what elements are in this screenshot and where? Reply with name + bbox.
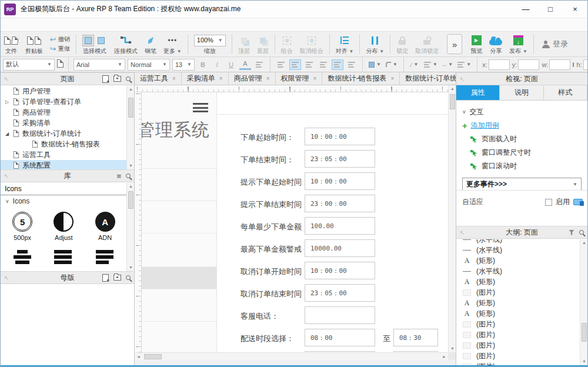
library-section-header[interactable]: ∨ Icons bbox=[1, 195, 134, 207]
line-width-button[interactable]: ▼ bbox=[423, 59, 439, 70]
library-widget[interactable]: 5 500px bbox=[2, 208, 43, 245]
bring-to-front-button[interactable]: 顶层 bbox=[235, 34, 253, 55]
page-tree-item[interactable]: 数据统计-订单统计 bbox=[1, 128, 134, 139]
canvas-tab[interactable]: 商品管理 × bbox=[229, 72, 276, 85]
event-item[interactable]: 窗口滚动时 bbox=[462, 159, 582, 173]
form-input[interactable] bbox=[305, 306, 375, 324]
outline-item[interactable]: (图片) bbox=[456, 329, 579, 340]
collapse-panel-icon[interactable]: ↖ bbox=[460, 76, 465, 82]
page-tree-item[interactable]: 订单管理-查看订单 bbox=[1, 96, 134, 107]
enable-checkbox[interactable] bbox=[545, 199, 552, 206]
event-item[interactable]: 窗口调整尺寸时 bbox=[462, 146, 582, 159]
publish-button[interactable]: ↓ 发布 ▼ bbox=[506, 34, 531, 55]
scroll-up-icon[interactable]: ▲ bbox=[127, 86, 134, 93]
form-input[interactable]: 10：00：00 bbox=[305, 128, 375, 145]
search-icon[interactable] bbox=[126, 76, 131, 81]
align-top-button[interactable] bbox=[318, 59, 329, 70]
distribute-button[interactable]: 分布 ▼ bbox=[362, 34, 387, 55]
page-tree-item[interactable]: 数据统计-销售报表 bbox=[1, 139, 134, 149]
align-right-button[interactable] bbox=[303, 59, 315, 70]
menu-item[interactable] bbox=[75, 18, 85, 31]
clipboard-button[interactable]: 剪贴板 bbox=[22, 34, 46, 55]
library-select[interactable]: Icons ▼ bbox=[1, 182, 134, 195]
menu-item[interactable] bbox=[64, 18, 75, 31]
menu-item[interactable] bbox=[11, 18, 22, 31]
form-input[interactable]: 100.00 bbox=[305, 217, 375, 235]
italic-button[interactable]: I bbox=[211, 59, 223, 70]
adaptive-views-icon[interactable] bbox=[573, 199, 583, 205]
font-size-select[interactable]: 13▼ bbox=[172, 59, 195, 71]
add-page-icon[interactable] bbox=[102, 274, 109, 282]
form-input[interactable]: 08：00 bbox=[305, 329, 375, 346]
outline-item[interactable]: (图片) bbox=[456, 287, 579, 298]
edit-style-icon[interactable] bbox=[57, 59, 64, 70]
tree-expander-icon[interactable] bbox=[4, 131, 10, 136]
toolbar-expand-button[interactable]: » bbox=[447, 34, 462, 54]
preview-button[interactable]: ▶ 预览 bbox=[467, 34, 486, 55]
close-icon[interactable]: × bbox=[313, 75, 317, 82]
tree-expander-icon[interactable] bbox=[4, 99, 10, 105]
form-input[interactable]: 23：00：00 bbox=[305, 195, 375, 212]
add-folder-icon[interactable] bbox=[113, 76, 121, 82]
canvas-horizontal-scrollbar[interactable]: ◄ ► bbox=[135, 352, 448, 360]
zoom-control[interactable]: 100%▼ 缩放 bbox=[191, 34, 229, 55]
design-viewport[interactable]: 管理系统 下单起始时间： 10：00：00 bbox=[142, 92, 448, 352]
align-bottom-button[interactable] bbox=[346, 59, 358, 70]
library-scrollbar[interactable]: ▲ ▼ bbox=[126, 183, 134, 271]
outline-item[interactable]: (图片) bbox=[456, 361, 579, 365]
inspector-tab[interactable]: 样式 bbox=[544, 85, 587, 100]
select-mode-button[interactable]: 选择模式 bbox=[79, 34, 111, 55]
select-mode-intersect-icon[interactable] bbox=[82, 35, 94, 46]
scroll-up-icon[interactable]: ▲ bbox=[580, 239, 588, 246]
scrollbar-thumb[interactable] bbox=[582, 323, 587, 342]
add-page-icon[interactable] bbox=[102, 75, 109, 83]
inspector-tab[interactable]: 属性 bbox=[456, 85, 500, 100]
close-icon[interactable]: × bbox=[172, 75, 176, 82]
collapse-panel-icon[interactable]: ↖ bbox=[4, 173, 9, 179]
outline-item[interactable]: (图片) bbox=[456, 319, 579, 329]
width-field[interactable]: w: bbox=[542, 59, 570, 70]
scroll-down-icon[interactable]: ▼ bbox=[449, 345, 456, 352]
fill-color-button[interactable]: ▼ bbox=[368, 59, 382, 70]
select-mode-contain-icon[interactable] bbox=[95, 35, 107, 46]
menu-item[interactable] bbox=[85, 18, 96, 31]
font-color-button[interactable]: A bbox=[239, 59, 251, 70]
scroll-down-icon[interactable]: ▼ bbox=[127, 264, 135, 271]
search-icon[interactable] bbox=[126, 275, 131, 280]
canvas-tab[interactable]: 采购清单 × bbox=[182, 72, 229, 85]
outline-item[interactable]: (图片) bbox=[456, 351, 579, 361]
unlock-button[interactable]: 取消锁定 bbox=[412, 34, 442, 55]
pen-button[interactable]: 钢笔 bbox=[141, 34, 160, 55]
form-input[interactable]: 10：00：00 bbox=[305, 262, 375, 279]
align-button[interactable]: 对齐 ▼ bbox=[332, 34, 358, 55]
form-input[interactable]: 10000.00 bbox=[305, 239, 375, 257]
outline-item[interactable]: (水平线) bbox=[456, 245, 579, 255]
share-button[interactable]: ↑ 分享 bbox=[486, 34, 506, 55]
canvas-tab[interactable]: 数据统计-销售报表 × bbox=[322, 72, 400, 85]
maximize-button[interactable]: □ bbox=[538, 1, 563, 18]
scroll-up-icon[interactable]: ▲ bbox=[449, 85, 456, 92]
page-tree-item[interactable]: 用户管理 bbox=[1, 86, 134, 96]
canvas-tab[interactable]: 运营工具 × bbox=[135, 72, 182, 85]
arrow-style-button[interactable]: ▼ bbox=[456, 59, 472, 70]
menu-item[interactable] bbox=[43, 18, 54, 31]
outline-item[interactable]: (矩形) bbox=[456, 308, 579, 319]
close-button[interactable]: × bbox=[563, 1, 587, 18]
collapse-panel-icon[interactable]: ↖ bbox=[4, 76, 9, 82]
canvas-tab[interactable]: 权限管理 × bbox=[276, 72, 323, 85]
login-button[interactable]: 登录 bbox=[536, 39, 574, 49]
more-events-select[interactable]: 更多事件>>> ▼ bbox=[462, 178, 582, 191]
height-field[interactable]: h: bbox=[576, 59, 587, 70]
bold-button[interactable]: B bbox=[197, 59, 209, 70]
x-coordinate-field[interactable]: x: bbox=[482, 59, 510, 70]
filter-icon[interactable] bbox=[569, 230, 574, 235]
line-color-button[interactable]: ∕ ▼ bbox=[409, 59, 420, 70]
interaction-section-header[interactable]: ∨ 交互 bbox=[462, 105, 582, 118]
hamburger-icon[interactable] bbox=[193, 103, 208, 112]
form-input[interactable]: 10：00：00 bbox=[305, 172, 375, 190]
scrollbar-thumb[interactable] bbox=[128, 98, 133, 118]
collapse-panel-icon[interactable]: ↖ bbox=[4, 275, 9, 281]
form-input-secondary[interactable]: 08：30 bbox=[393, 329, 438, 346]
library-widget[interactable] bbox=[2, 245, 43, 272]
outline-item[interactable]: (矩形) bbox=[456, 276, 579, 287]
